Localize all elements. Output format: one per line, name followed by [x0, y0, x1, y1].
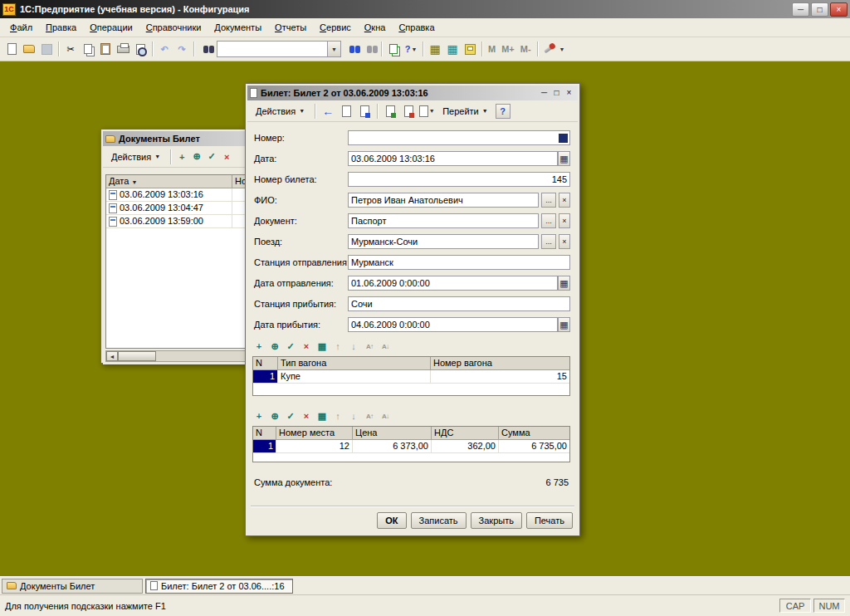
find-icon[interactable]: [198, 41, 214, 57]
column-header-seat[interactable]: Номер места: [276, 427, 353, 439]
column-header-n[interactable]: N: [253, 357, 278, 369]
close-button[interactable]: ×: [563, 87, 575, 99]
find-next-icon[interactable]: [344, 41, 360, 57]
menu-operations[interactable]: Операции: [83, 20, 139, 35]
column-header-n[interactable]: N: [253, 427, 276, 439]
back-icon[interactable]: ←: [320, 103, 336, 120]
row-finish-icon[interactable]: ▦: [315, 410, 329, 423]
app-maximize-button[interactable]: □: [811, 2, 828, 17]
reread-icon[interactable]: [382, 103, 398, 120]
tools-dropdown-icon[interactable]: ▼: [559, 46, 565, 52]
document-select-button[interactable]: ...: [541, 213, 556, 228]
ticket-number-input[interactable]: 145: [348, 172, 570, 187]
calendar-button[interactable]: ▦: [558, 317, 570, 332]
tools-icon[interactable]: [541, 41, 558, 57]
column-header-sum[interactable]: Сумма: [499, 427, 569, 439]
undo-icon[interactable]: ↶: [156, 41, 173, 57]
context-help-icon[interactable]: ?▼: [403, 41, 419, 57]
column-header-price[interactable]: Цена: [353, 427, 432, 439]
row-up-icon[interactable]: ↑: [331, 410, 344, 423]
redo-icon[interactable]: ↷: [173, 41, 190, 57]
depart-date-input[interactable]: 01.06.2009 0:00:00: [348, 276, 558, 291]
memory-mminus-button[interactable]: M-: [518, 44, 534, 54]
find-previous-icon[interactable]: [361, 41, 378, 57]
copy-icon[interactable]: [80, 41, 96, 57]
ok-button[interactable]: ОК: [377, 512, 406, 529]
paste-icon[interactable]: [97, 41, 114, 57]
arrive-date-input[interactable]: 04.06.2009 0:00:00: [348, 317, 558, 332]
write-button[interactable]: Записать: [411, 512, 467, 529]
calculator-icon[interactable]: [462, 41, 478, 57]
new-document-icon[interactable]: [3, 41, 20, 57]
open-icon[interactable]: [21, 41, 37, 57]
taskbar-item-ticket[interactable]: Билет: Билет 2 от 03.06....:16: [145, 579, 293, 594]
menu-service[interactable]: Сервис: [313, 20, 358, 35]
calendar-button[interactable]: ▦: [558, 151, 570, 166]
minimize-button[interactable]: ─: [538, 87, 550, 99]
document-input[interactable]: Паспорт: [348, 213, 539, 228]
search-combobox-dropdown-icon[interactable]: ▼: [327, 42, 340, 56]
clipboard-collection-icon[interactable]: [385, 41, 402, 57]
structure-icon[interactable]: [338, 103, 354, 120]
row-up-icon[interactable]: ↑: [331, 340, 344, 353]
row-copy-icon[interactable]: ⊕: [268, 410, 281, 423]
fio-select-button[interactable]: ...: [541, 193, 556, 208]
row-down-icon[interactable]: ↓: [347, 410, 360, 423]
delete-mark-icon[interactable]: [400, 103, 417, 120]
column-header-wagon-number[interactable]: Номер вагона: [431, 357, 569, 369]
fio-input[interactable]: Петров Иван Анатольевич: [348, 193, 539, 208]
number-format-icon[interactable]: [559, 134, 568, 143]
search-combobox[interactable]: ▼: [217, 41, 341, 57]
find-in-list-icon[interactable]: [356, 103, 373, 120]
calendar-button[interactable]: ▦: [558, 276, 570, 291]
table-row[interactable]: 1 12 6 373,00 362,00 6 735,00: [253, 440, 569, 453]
print-preview-icon[interactable]: [132, 41, 149, 57]
row-down-icon[interactable]: ↓: [347, 340, 360, 353]
goto-button[interactable]: Перейти▼: [437, 103, 494, 120]
edit-document-icon[interactable]: ✓: [205, 150, 218, 163]
sort-asc-icon[interactable]: A↑: [363, 340, 376, 353]
app-titlebar[interactable]: 1С 1С:Предприятие (учебная версия) - Кон…: [0, 0, 850, 18]
save-icon[interactable]: [38, 41, 55, 57]
maximize-button[interactable]: □: [550, 87, 563, 99]
sort-desc-icon[interactable]: A↓: [379, 340, 392, 353]
documents-actions-button[interactable]: Действия▼: [105, 149, 166, 165]
memory-mplus-button[interactable]: M+: [499, 44, 517, 54]
column-header-vat[interactable]: НДС: [432, 427, 499, 439]
row-delete-icon[interactable]: ×: [300, 410, 313, 423]
table-row[interactable]: 1 Купе 15: [253, 370, 569, 384]
row-add-icon[interactable]: +: [252, 410, 266, 423]
create-based-on-icon[interactable]: ▼: [418, 103, 435, 120]
delete-mark-icon[interactable]: ×: [220, 150, 233, 163]
train-select-button[interactable]: ...: [541, 234, 556, 249]
copy-document-icon[interactable]: ⊕: [190, 150, 203, 163]
date-input[interactable]: 03.06.2009 13:03:16: [348, 151, 558, 166]
row-edit-icon[interactable]: ✓: [284, 340, 297, 353]
menu-catalogs[interactable]: Справочники: [139, 20, 208, 35]
menu-file[interactable]: Файл: [3, 20, 39, 35]
row-finish-icon[interactable]: ▦: [315, 340, 329, 353]
print-button[interactable]: Печать: [526, 512, 573, 529]
document-clear-button[interactable]: ×: [559, 213, 570, 228]
taskbar-item-documents[interactable]: Документы Билет: [2, 579, 143, 594]
sort-asc-icon[interactable]: A↑: [363, 410, 376, 423]
menu-help[interactable]: Справка: [392, 20, 441, 35]
row-delete-icon[interactable]: ×: [300, 340, 313, 353]
ticket-window-titlebar[interactable]: Билет: Билет 2 от 03.06.2009 13:03:16 ─ …: [247, 86, 578, 100]
table-settings-icon[interactable]: ▦: [444, 41, 461, 57]
menu-reports[interactable]: Отчеты: [268, 20, 313, 35]
number-input[interactable]: [348, 130, 570, 145]
train-input[interactable]: Мурманск-Сочи: [348, 234, 539, 249]
row-copy-icon[interactable]: ⊕: [268, 340, 281, 353]
cut-icon[interactable]: ✂: [62, 41, 79, 57]
row-add-icon[interactable]: +: [252, 340, 266, 353]
app-minimize-button[interactable]: ─: [792, 2, 809, 17]
menu-windows[interactable]: Окна: [358, 20, 393, 35]
arrive-station-input[interactable]: Сочи: [348, 296, 570, 311]
row-edit-icon[interactable]: ✓: [284, 410, 297, 423]
app-close-button[interactable]: ×: [830, 2, 848, 17]
scrollbar-thumb[interactable]: [118, 351, 156, 361]
print-icon[interactable]: [115, 41, 131, 57]
fio-clear-button[interactable]: ×: [559, 193, 570, 208]
menu-edit[interactable]: Правка: [39, 20, 83, 35]
